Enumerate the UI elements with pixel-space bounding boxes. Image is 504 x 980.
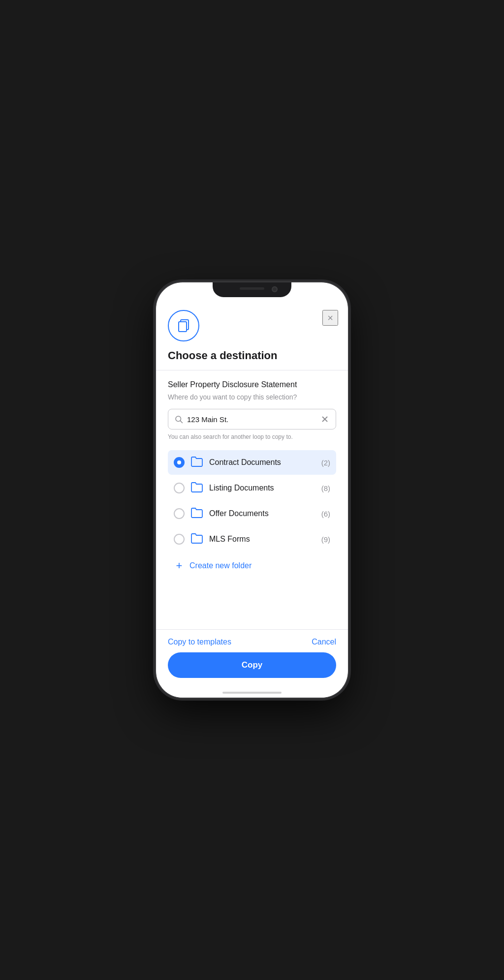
modal-body: Seller Property Disclosure Statement Whe… <box>156 370 348 629</box>
plus-icon: + <box>174 560 185 571</box>
create-folder-label: Create new folder <box>189 561 252 570</box>
radio-contract-documents[interactable] <box>174 457 185 468</box>
close-icon: × <box>327 312 333 324</box>
cancel-button[interactable]: Cancel <box>312 638 336 646</box>
radio-offer-documents[interactable] <box>174 508 185 519</box>
folder-label-mls: MLS Forms <box>209 535 315 544</box>
folder-list: Contract Documents (2) Listing Documents… <box>168 450 336 551</box>
speaker <box>240 287 264 290</box>
modal-title: Choose a destination <box>168 349 336 362</box>
copy-documents-icon <box>176 318 191 334</box>
home-bar <box>222 692 282 694</box>
folder-count-offer: (6) <box>321 510 330 518</box>
folder-icon-offer <box>190 507 203 520</box>
folder-count-listing: (8) <box>321 484 330 492</box>
modal-header: × Choose a destination <box>156 302 348 370</box>
folder-count-mls: (9) <box>321 535 330 544</box>
copy-question: Where do you want to copy this selection… <box>168 393 336 401</box>
svg-line-3 <box>180 421 182 423</box>
folder-icon-contract <box>190 456 203 469</box>
folder-count-contract: (2) <box>321 459 330 467</box>
folder-icon-listing <box>190 482 203 494</box>
modal-footer: Copy to templates Cancel Copy <box>156 629 348 688</box>
folder-label-offer: Offer Documents <box>209 509 315 518</box>
copy-icon-circle <box>168 310 199 341</box>
folder-label-contract: Contract Documents <box>209 458 315 467</box>
phone-frame: × Choose a destination Seller Property D… <box>156 282 348 698</box>
folder-item-listing-documents[interactable]: Listing Documents (8) <box>168 476 336 500</box>
notch <box>213 282 291 297</box>
create-new-folder-button[interactable]: + Create new folder <box>168 553 336 578</box>
close-button[interactable]: × <box>322 310 338 326</box>
search-box[interactable] <box>168 409 336 429</box>
copy-button[interactable]: Copy <box>168 652 336 678</box>
search-icon <box>174 415 183 424</box>
folder-label-listing: Listing Documents <box>209 484 315 492</box>
folder-icon-mls <box>190 533 203 546</box>
home-indicator <box>156 688 348 698</box>
copy-to-templates-button[interactable]: Copy to templates <box>168 638 231 646</box>
modal-content: × Choose a destination Seller Property D… <box>156 282 348 698</box>
footer-links: Copy to templates Cancel <box>168 638 336 646</box>
document-name: Seller Property Disclosure Statement <box>168 380 336 389</box>
folder-item-offer-documents[interactable]: Offer Documents (6) <box>168 501 336 526</box>
clear-icon <box>320 415 329 424</box>
phone-screen: × Choose a destination Seller Property D… <box>156 282 348 698</box>
camera <box>272 286 278 292</box>
radio-mls-forms[interactable] <box>174 534 185 545</box>
search-hint: You can also search for another loop to … <box>168 433 336 440</box>
search-clear-button[interactable] <box>320 414 330 424</box>
svg-rect-1 <box>179 322 187 332</box>
folder-item-contract-documents[interactable]: Contract Documents (2) <box>168 450 336 475</box>
search-input[interactable] <box>187 415 320 424</box>
folder-item-mls-forms[interactable]: MLS Forms (9) <box>168 527 336 551</box>
radio-listing-documents[interactable] <box>174 483 185 493</box>
